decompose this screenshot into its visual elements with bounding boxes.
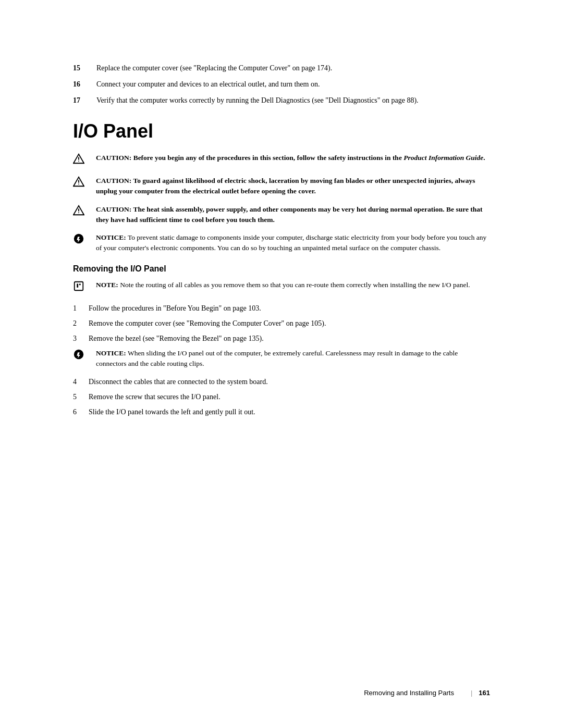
step-number-17: 17 [73, 95, 96, 106]
removal-step-text-6: Slide the I/O panel towards the left and… [89, 406, 490, 417]
caution-icon-2 [73, 176, 92, 191]
removal-step-1: 1 Follow the procedures in "Before You B… [73, 303, 490, 314]
caution-icon-1 [73, 153, 92, 168]
removal-step-num-3: 3 [73, 333, 89, 344]
caution-text-3: CAUTION: The heat sink assembly, power s… [96, 204, 490, 226]
step-number-16: 16 [73, 79, 96, 90]
removal-step-num-2: 2 [73, 318, 89, 329]
removal-step-text-2: Remove the computer cover (see "Removing… [89, 318, 490, 329]
removal-step-text-3: Remove the bezel (see "Removing the Beze… [89, 333, 490, 344]
subsection-title: Removing the I/O Panel [73, 264, 490, 274]
caution-text-2: CAUTION: To guard against likelihood of … [96, 176, 490, 197]
removal-step-num-5: 5 [73, 391, 89, 402]
step-text-15: Replace the computer cover (see "Replaci… [96, 63, 490, 73]
step-item-16: 16 Connect your computer and devices to … [73, 79, 490, 90]
intro-steps-list: 15 Replace the computer cover (see "Repl… [73, 63, 490, 106]
removal-step-num-1: 1 [73, 303, 89, 314]
svg-rect-4 [75, 281, 83, 290]
footer-separator: | [471, 689, 472, 697]
removal-step-5: 5 Remove the screw that secures the I/O … [73, 391, 490, 402]
note-text-routing: NOTE: Note the routing of all cables as … [96, 280, 470, 290]
removal-step-4: 4 Disconnect the cables that are connect… [73, 376, 490, 387]
step-number-15: 15 [73, 63, 96, 73]
section-title: I/O Panel [73, 120, 490, 142]
removal-steps-list-2: 4 Disconnect the cables that are connect… [73, 376, 490, 417]
removal-step-num-6: 6 [73, 406, 89, 417]
step-text-17: Verify that the computer works correctly… [96, 95, 490, 106]
page-footer: Removing and Installing Parts | 161 [0, 689, 563, 697]
svg-point-2 [78, 212, 79, 213]
removal-step-text-1: Follow the procedures in "Before You Beg… [89, 303, 490, 314]
notice-icon-sliding [73, 349, 92, 364]
note-routing: NOTE: Note the routing of all cables as … [73, 280, 490, 295]
svg-point-0 [78, 161, 79, 162]
removal-step-num-4: 4 [73, 376, 89, 387]
notice-text-sliding: NOTICE: When sliding the I/O panel out o… [96, 348, 490, 369]
caution-icon-3 [73, 205, 92, 220]
note-icon [73, 280, 92, 295]
removal-step-text-4: Disconnect the cables that are connected… [89, 376, 490, 387]
page: 15 Replace the computer cover (see "Repl… [0, 0, 563, 728]
removal-steps-list: 1 Follow the procedures in "Before You B… [73, 303, 490, 344]
notice-text-static: NOTICE: To prevent static damage to comp… [96, 232, 490, 254]
notice-icon-static [73, 233, 92, 248]
removal-step-text-5: Remove the screw that secures the I/O pa… [89, 391, 490, 402]
caution-2: CAUTION: To guard against likelihood of … [73, 176, 490, 197]
removal-step-6: 6 Slide the I/O panel towards the left a… [73, 406, 490, 417]
removal-step-2: 2 Remove the computer cover (see "Removi… [73, 318, 490, 329]
step-text-16: Connect your computer and devices to an … [96, 79, 490, 90]
caution-3: CAUTION: The heat sink assembly, power s… [73, 204, 490, 226]
step-item-17: 17 Verify that the computer works correc… [73, 95, 490, 106]
footer-section-label: Removing and Installing Parts [364, 689, 454, 697]
footer-page-number: 161 [479, 689, 490, 697]
notice-sliding: NOTICE: When sliding the I/O panel out o… [73, 348, 490, 369]
svg-point-1 [78, 183, 79, 184]
removal-step-3: 3 Remove the bezel (see "Removing the Be… [73, 333, 490, 344]
caution-text-1: CAUTION: Before you begin any of the pro… [96, 153, 485, 163]
step-item-15: 15 Replace the computer cover (see "Repl… [73, 63, 490, 73]
notice-static: NOTICE: To prevent static damage to comp… [73, 232, 490, 254]
caution-1: CAUTION: Before you begin any of the pro… [73, 153, 490, 168]
